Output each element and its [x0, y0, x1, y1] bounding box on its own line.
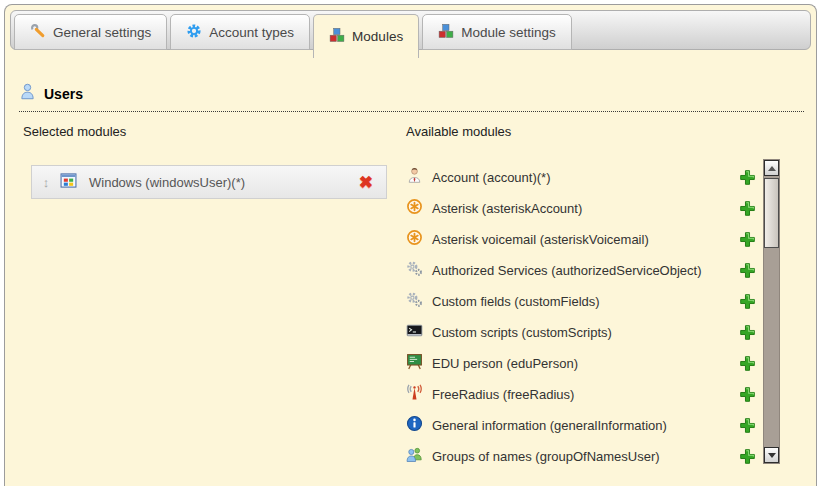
gear-icon — [186, 23, 202, 42]
terminal-icon — [406, 322, 423, 343]
list-item: Account (account)(*) — [406, 162, 758, 193]
section-title: Users — [44, 86, 83, 102]
green-plus-icon[interactable] — [739, 324, 756, 341]
module-label: FreeRadius (freeRadius) — [432, 387, 739, 402]
green-plus-icon[interactable] — [739, 448, 756, 465]
person-suit-icon — [406, 167, 423, 188]
module-label: Custom scripts (customScripts) — [432, 325, 739, 340]
tab-label: Module settings — [461, 25, 556, 40]
arrow-down-icon — [768, 453, 776, 458]
green-plus-icon[interactable] — [739, 200, 756, 217]
selected-module-label: Windows (windowsUser)(*) — [89, 175, 359, 190]
tab-account-types[interactable]: Account types — [170, 14, 310, 50]
arrow-up-icon — [768, 166, 776, 171]
tab-modules[interactable]: Modules — [313, 14, 419, 58]
available-modules-label: Available modules — [406, 124, 511, 139]
module-label: Groups of names (groupOfNamesUser) — [432, 449, 739, 464]
module-label: EDU person (eduPerson) — [432, 356, 739, 371]
list-item: EDU person (eduPerson) — [406, 348, 758, 379]
drag-handle-icon[interactable]: ↕ — [32, 175, 60, 190]
list-item: General information (generalInformation) — [406, 410, 758, 441]
module-label: General information (generalInformation) — [432, 418, 739, 433]
wrench-icon — [30, 23, 46, 42]
list-item: Groups of names (groupOfNamesUser) — [406, 441, 758, 472]
tab-bar: General settings Account types Modules M… — [10, 10, 811, 50]
tab-module-settings[interactable]: Module settings — [422, 14, 572, 50]
gray-gears-icon — [406, 291, 423, 312]
scroll-down-button[interactable] — [764, 447, 779, 463]
list-item: FreeRadius (freeRadius) — [406, 379, 758, 410]
green-plus-icon[interactable] — [739, 386, 756, 403]
chalkboard-icon — [406, 353, 423, 374]
tab-label: Modules — [352, 29, 403, 44]
user-icon — [19, 83, 36, 104]
list-item: Authorized Services (authorizedServiceOb… — [406, 255, 758, 286]
list-item: Asterisk (asteriskAccount) — [406, 193, 758, 224]
list-item: Custom fields (customFields) — [406, 286, 758, 317]
selected-module-row-windows[interactable]: ↕ Windows (windowsUser)(*) ✖ — [31, 165, 387, 199]
red-x-icon[interactable]: ✖ — [359, 174, 373, 191]
green-plus-icon[interactable] — [739, 169, 756, 186]
module-label: Account (account)(*) — [432, 170, 739, 185]
scroll-up-button[interactable] — [764, 160, 779, 176]
two-persons-icon — [406, 446, 423, 467]
tab-label: Account types — [209, 25, 294, 40]
green-plus-icon[interactable] — [739, 417, 756, 434]
blocks-icon — [329, 27, 345, 46]
orange-asterisk-icon — [406, 229, 423, 250]
module-label: Asterisk voicemail (asteriskVoicemail) — [432, 232, 739, 247]
green-plus-icon[interactable] — [739, 231, 756, 248]
blocks-icon — [438, 23, 454, 42]
gray-gears-icon — [406, 260, 423, 281]
green-plus-icon[interactable] — [739, 262, 756, 279]
green-plus-icon[interactable] — [739, 293, 756, 310]
orange-asterisk-icon — [406, 198, 423, 219]
scrollbar-thumb[interactable] — [764, 178, 779, 248]
list-item: Asterisk voicemail (asteriskVoicemail) — [406, 224, 758, 255]
section-heading-users: Users — [19, 83, 804, 112]
settings-panel: General settings Account types Modules M… — [4, 4, 817, 486]
module-label: Authorized Services (authorizedServiceOb… — [432, 263, 739, 278]
selected-modules-label: Selected modules — [23, 124, 126, 139]
info-icon — [406, 415, 423, 436]
scrollbar[interactable] — [763, 159, 780, 464]
available-modules-list: Account (account)(*) Asterisk (asteriskA… — [406, 162, 758, 472]
tab-general-settings[interactable]: General settings — [14, 14, 167, 50]
tab-label: General settings — [53, 25, 151, 40]
antenna-icon — [406, 384, 423, 405]
windows-icon — [60, 172, 77, 193]
list-item: Custom scripts (customScripts) — [406, 317, 758, 348]
green-plus-icon[interactable] — [739, 355, 756, 372]
module-label: Asterisk (asteriskAccount) — [432, 201, 739, 216]
module-label: Custom fields (customFields) — [432, 294, 739, 309]
